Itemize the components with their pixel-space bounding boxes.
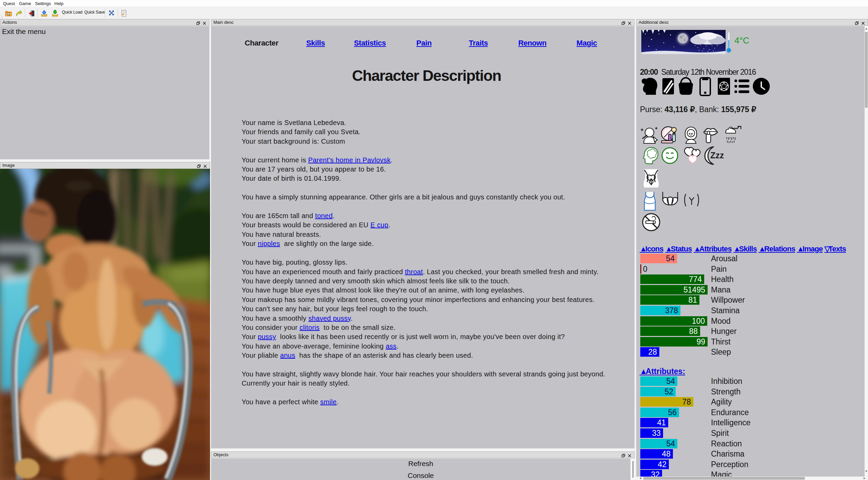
- svg-text:Zzz: Zzz: [710, 150, 724, 160]
